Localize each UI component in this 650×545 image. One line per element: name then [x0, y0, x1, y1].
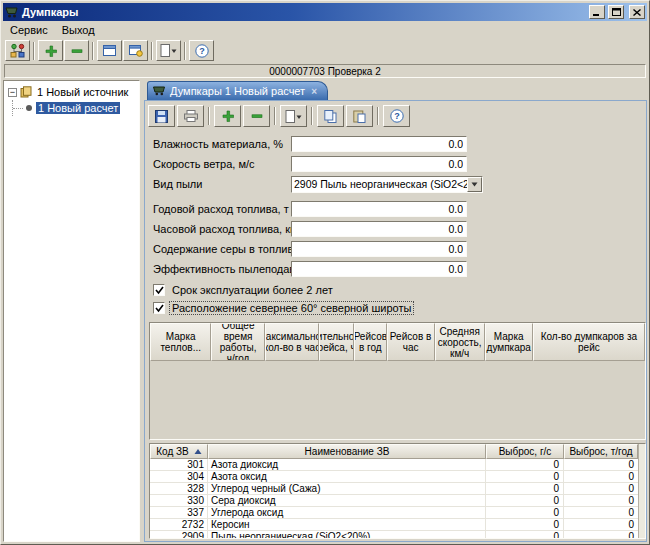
column-header[interactable]: Длительность рейса, ч	[319, 323, 354, 361]
form-row-hourly-fuel: Часовой расход топлива, кг/ч	[153, 219, 643, 239]
field-label: Вид пыли	[153, 178, 291, 190]
field-label: Эффективность пылеподавления	[153, 263, 291, 275]
print-icon	[184, 110, 198, 122]
template-doc-dropdown-icon	[160, 44, 177, 57]
column-header-code[interactable]: Код ЗВ	[150, 444, 208, 459]
cell-name: Керосин	[208, 519, 486, 530]
report-window-button[interactable]	[123, 40, 148, 61]
column-header[interactable]: Кол-во думпкаров за рейс	[533, 323, 645, 361]
cell-emission-gs: 0	[486, 483, 564, 494]
cell-name: Углерода оксид	[208, 507, 486, 518]
copy-button[interactable]	[317, 105, 344, 127]
checkbox-label[interactable]: Срок эксплуатации более 2 лет	[170, 284, 335, 296]
annual-fuel-input[interactable]	[291, 201, 467, 217]
sulfur-content-input[interactable]	[291, 241, 467, 257]
add-button[interactable]	[38, 40, 63, 61]
northern-location-checkbox[interactable]	[153, 302, 165, 314]
hourly-fuel-input[interactable]	[291, 221, 467, 237]
vertical-scrollbar[interactable]	[638, 444, 645, 538]
vehicles-table-header: Марка теплов... Общее время работы, ч/го…	[150, 323, 645, 361]
vehicles-table-body[interactable]	[150, 361, 645, 439]
column-header[interactable]: Общее время работы, ч/год	[211, 323, 264, 361]
table-row[interactable]: 304 Азота оксид 0 0	[150, 471, 638, 483]
field-label: Содержание серы в топливе, %	[153, 243, 291, 255]
collapse-icon[interactable]: −	[8, 88, 17, 97]
toolbar-separator	[92, 42, 94, 60]
tab-close-icon[interactable]: ×	[311, 86, 317, 97]
form-row-humidity: Влажность материала, %	[153, 134, 643, 154]
svg-text:?: ?	[394, 111, 400, 121]
calculation-bullet-icon	[26, 105, 32, 111]
dust-type-select[interactable]: 2909 Пыль неорганическая (SiO2<20%)	[291, 176, 483, 193]
tree-item-source[interactable]: − 1 Новый источник	[6, 84, 137, 100]
table-row[interactable]: 2909 Пыль неорганическая (SiO2<20%) 0 0	[150, 531, 638, 538]
tree-item-calculation[interactable]: 1 Новый расчет	[6, 100, 137, 116]
column-header-emission-gs[interactable]: Выброс, г/с	[486, 444, 564, 459]
emissions-table-header: Код ЗВ Наименование ЗВ Выброс, г/с Выбро…	[150, 444, 638, 459]
remove-icon	[71, 45, 83, 57]
maximize-icon	[612, 8, 621, 16]
remove-icon	[251, 110, 263, 122]
template-doc-button[interactable]	[280, 105, 307, 127]
dumpcar-icon	[153, 86, 166, 96]
table-row[interactable]: 337 Углерода оксид 0 0	[150, 507, 638, 519]
sort-ascending-icon	[194, 448, 202, 455]
column-header[interactable]: Марка думпкара	[485, 323, 533, 361]
cell-emission-tyear: 0	[564, 459, 638, 470]
cell-name: Азота оксид	[208, 471, 486, 482]
table-row[interactable]: 330 Сера диоксид 0 0	[150, 495, 638, 507]
menu-exit[interactable]: Выход	[55, 23, 102, 37]
checkbox-label[interactable]: Расположение севернее 60° северной широт…	[170, 302, 413, 314]
cell-code: 2732	[150, 519, 208, 530]
table-row[interactable]: 328 Углерод черный (Сажа) 0 0	[150, 483, 638, 495]
help-button[interactable]: ?	[383, 105, 410, 127]
suppression-efficiency-input[interactable]	[291, 261, 467, 277]
close-icon	[633, 9, 641, 16]
cell-name: Сера диоксид	[208, 495, 486, 506]
field-label: Скорость ветра, м/с	[153, 158, 291, 170]
tab-dumpcars-calculation[interactable]: Думпкары 1 Новый расчет ×	[147, 81, 328, 100]
table-row[interactable]: 301 Азота диоксид 0 0	[150, 459, 638, 471]
check-icon	[155, 304, 164, 313]
cell-code: 337	[150, 507, 208, 518]
print-button[interactable]	[177, 105, 204, 127]
minimize-button[interactable]	[589, 5, 605, 19]
paste-button[interactable]	[346, 105, 373, 127]
check-icon	[155, 286, 164, 295]
tree-item-label-selected[interactable]: 1 Новый расчет	[36, 102, 120, 114]
help-button[interactable]: ?	[189, 40, 214, 61]
wind-speed-input[interactable]	[291, 156, 467, 172]
dust-type-value: 2909 Пыль неорганическая (SiO2<20%)	[292, 177, 467, 192]
toolbar-separator	[208, 107, 210, 125]
column-header[interactable]: Средняя скорость, км/ч	[435, 323, 485, 361]
svg-text:?: ?	[199, 46, 205, 56]
tree-item-label[interactable]: 1 Новый источник	[35, 86, 130, 98]
table-row[interactable]: 2732 Керосин 0 0	[150, 519, 638, 531]
new-source-button[interactable]	[5, 40, 30, 61]
template-doc-button[interactable]	[156, 40, 181, 61]
field-label: Часовой расход топлива, кг/ч	[153, 223, 291, 235]
column-header-name[interactable]: Наименование ЗВ	[208, 444, 486, 459]
column-header[interactable]: Максимальное кол-во в час	[265, 323, 319, 361]
remove-button[interactable]	[64, 40, 89, 61]
save-button[interactable]	[148, 105, 175, 127]
combo-dropdown-button[interactable]	[467, 177, 482, 192]
remove-row-button[interactable]	[243, 105, 270, 127]
form-row-annual-fuel: Годовой расход топлива, т	[153, 199, 643, 219]
cell-name: Азота диоксид	[208, 459, 486, 470]
column-header-emission-tyear[interactable]: Выброс, т/год	[564, 444, 638, 459]
column-header[interactable]: Рейсов в год	[354, 323, 386, 361]
humidity-input[interactable]	[291, 136, 467, 152]
menu-service[interactable]: Сервис	[3, 23, 55, 37]
window-button[interactable]	[97, 40, 122, 61]
tab-content: ? Влажность материала, % Скорость ветра,…	[144, 100, 647, 542]
column-header[interactable]: Марка теплов...	[150, 323, 211, 361]
field-label: Годовой расход топлива, т	[153, 203, 291, 215]
service-life-checkbox[interactable]	[153, 284, 165, 296]
close-button[interactable]	[629, 5, 645, 19]
maximize-button[interactable]	[608, 5, 624, 19]
title-bar: Думпкары	[3, 3, 647, 21]
column-header[interactable]: Рейсов в час	[387, 323, 435, 361]
add-row-button[interactable]	[214, 105, 241, 127]
parameters-form: Влажность материала, % Скорость ветра, м…	[153, 134, 643, 279]
